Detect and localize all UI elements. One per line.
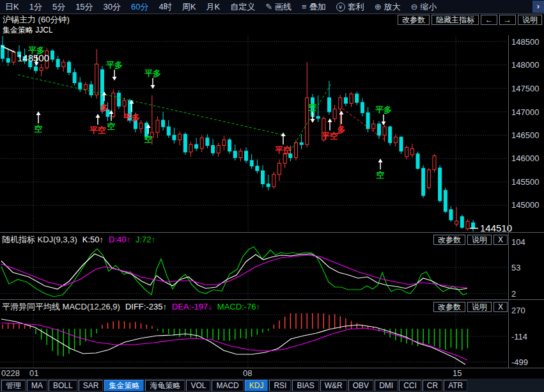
indicator-tab-bar: 管理MABOLLSAR集金策略海龟策略VOLMACDKDJRSIBIASW&RO… bbox=[0, 379, 544, 392]
macd-title: 平滑异同平均线 MACD(12,26,9) bbox=[2, 301, 120, 313]
main-chart-header: 沪锡主力 (60分钟) 改参数 隐藏主指标 ← → 说明 bbox=[0, 14, 544, 26]
tab-管理[interactable]: 管理 bbox=[1, 380, 26, 391]
macd-values: 平滑异同平均线 MACD(12,26,9) DIFF:-235↑ DEA:-19… bbox=[0, 301, 260, 313]
tab-ATR[interactable]: ATR bbox=[444, 380, 467, 391]
svg-text:平空: 平空 bbox=[89, 125, 106, 135]
svg-text:平多: 平多 bbox=[375, 105, 392, 114]
kdj-panel-header: 随机指标 KDJ(9,3,3) K:50↑ D:40↑ J:72↑ 改参数 说明… bbox=[0, 232, 544, 246]
tab-CCI[interactable]: CCI bbox=[399, 380, 421, 391]
svg-text:平空: 平空 bbox=[322, 131, 338, 141]
tab-BOLL[interactable]: BOLL bbox=[49, 380, 77, 391]
kdj-help-button[interactable]: 说明 bbox=[467, 235, 492, 245]
tab-海龟策略[interactable]: 海龟策略 bbox=[145, 380, 185, 391]
period-月K[interactable]: 月K bbox=[201, 1, 225, 13]
tool-画线[interactable]: ✎画线 bbox=[260, 1, 297, 13]
svg-text:平多: 平多 bbox=[123, 113, 140, 122]
tab-MA[interactable]: MA bbox=[27, 380, 47, 391]
period-5分[interactable]: 5分 bbox=[47, 1, 70, 13]
period-4时[interactable]: 4时 bbox=[154, 1, 177, 13]
scroll-right-button[interactable]: → bbox=[499, 15, 516, 25]
help-button[interactable]: 说明 bbox=[518, 15, 542, 25]
pencil-icon: ✎ bbox=[265, 3, 272, 11]
tool-label: 缩小 bbox=[420, 1, 437, 13]
main-chart-buttons: 改参数 隐藏主指标 ← → 说明 bbox=[398, 15, 544, 25]
svg-text:148500: 148500 bbox=[17, 52, 49, 63]
kdj-d-value: D:40↑ bbox=[109, 235, 130, 244]
top-toolbar: 日K1分5分15分30分60分4时周K月K自定义 ✎画线≡叠加¥套利⊕放大⊖缩小… bbox=[0, 0, 544, 14]
macd-dea-value: DEA:-197↓ bbox=[172, 302, 212, 311]
zoom-out-icon: ⊖ bbox=[411, 3, 418, 11]
svg-text:平多: 平多 bbox=[106, 60, 123, 70]
period-60分[interactable]: 60分 bbox=[126, 1, 153, 13]
macd-diff-value: DIFF:-235↑ bbox=[125, 302, 167, 311]
tool-套利[interactable]: ¥套利 bbox=[331, 1, 369, 13]
tool-label: 套利 bbox=[348, 1, 364, 13]
period-15分[interactable]: 15分 bbox=[70, 1, 98, 13]
date-label-15: 15 bbox=[453, 368, 462, 378]
tab-CR[interactable]: CR bbox=[423, 380, 442, 391]
date-label-0228: 0228 bbox=[1, 368, 20, 378]
svg-text:144510: 144510 bbox=[480, 223, 512, 232]
kdj-k-value: K:50↑ bbox=[82, 235, 104, 244]
kdj-buttons: 改参数 说明 X bbox=[433, 235, 508, 245]
tab-MACD[interactable]: MACD bbox=[212, 380, 243, 391]
svg-text:空: 空 bbox=[377, 170, 385, 180]
tool-label: 放大 bbox=[384, 1, 401, 13]
svg-text:空: 空 bbox=[35, 124, 43, 134]
tab-DMI[interactable]: DMI bbox=[375, 380, 398, 391]
macd-close-button[interactable]: X bbox=[493, 302, 508, 312]
date-label-08: 08 bbox=[243, 368, 252, 378]
scroll-left-button[interactable]: ← bbox=[481, 15, 497, 25]
svg-text:空: 空 bbox=[309, 102, 317, 112]
x-axis-date-labels: 0228010815 bbox=[0, 368, 544, 379]
macd-buttons: 改参数 说明 X bbox=[433, 302, 508, 312]
macd-indicator-chart[interactable] bbox=[0, 313, 544, 368]
macd-help-button[interactable]: 说明 bbox=[467, 302, 492, 312]
tab-RSI[interactable]: RSI bbox=[269, 380, 291, 391]
axis-separator-line bbox=[508, 35, 509, 368]
kdj-title: 随机指标 KDJ(9,3,3) bbox=[2, 234, 77, 246]
tab-集金策略[interactable]: 集金策略 bbox=[104, 380, 144, 391]
overlay-icon: ≡ bbox=[302, 3, 307, 11]
hide-main-indicator-button[interactable]: 隐藏主指标 bbox=[431, 15, 479, 25]
svg-text:平多: 平多 bbox=[144, 68, 161, 78]
date-label-01: 01 bbox=[29, 368, 38, 378]
strategy-label: 集金策略 JJCL bbox=[0, 26, 544, 35]
period-周K[interactable]: 周K bbox=[177, 1, 201, 13]
macd-macd-value: MACD:-76↑ bbox=[217, 302, 260, 311]
svg-text:空: 空 bbox=[144, 134, 153, 144]
svg-text:平空: 平空 bbox=[275, 145, 291, 155]
macd-panel-header: 平滑异同平均线 MACD(12,26,9) DIFF:-235↑ DEA:-19… bbox=[0, 299, 544, 313]
svg-text:多: 多 bbox=[100, 103, 109, 113]
kdj-close-button[interactable]: X bbox=[493, 235, 508, 245]
chart-tools: ✎画线≡叠加¥套利⊕放大⊖缩小 bbox=[260, 1, 442, 13]
period-selector: 日K1分5分15分30分60分4时周K月K自定义 bbox=[0, 1, 260, 13]
trading-app-window: 日K1分5分15分30分60分4时周K月K自定义 ✎画线≡叠加¥套利⊕放大⊖缩小… bbox=[0, 0, 544, 392]
tab-OBV[interactable]: OBV bbox=[348, 380, 373, 391]
kdj-indicator-chart[interactable] bbox=[0, 246, 544, 299]
tool-叠加[interactable]: ≡叠加 bbox=[297, 1, 331, 13]
kdj-values: 随机指标 KDJ(9,3,3) K:50↑ D:40↑ J:72↑ bbox=[0, 234, 155, 246]
tool-缩小[interactable]: ⊖缩小 bbox=[406, 1, 442, 13]
tab-KDJ[interactable]: KDJ bbox=[245, 380, 268, 391]
tab-BIAS[interactable]: BIAS bbox=[292, 380, 318, 391]
main-candlestick-chart[interactable]: 平多空平空多空平多平多空平多平空空平空多空平多148500144510 bbox=[0, 35, 544, 232]
kdj-change-params-button[interactable]: 改参数 bbox=[433, 235, 465, 245]
period-日K[interactable]: 日K bbox=[0, 1, 24, 13]
tab-W&R[interactable]: W&R bbox=[320, 380, 347, 391]
svg-text:多: 多 bbox=[338, 125, 346, 134]
change-params-button[interactable]: 改参数 bbox=[398, 15, 430, 25]
kdj-j-value: J:72↑ bbox=[136, 235, 155, 244]
arbitrage-icon: ¥ bbox=[336, 3, 345, 12]
tool-label: 画线 bbox=[275, 1, 291, 13]
period-自定义[interactable]: 自定义 bbox=[225, 1, 260, 13]
tab-VOL[interactable]: VOL bbox=[186, 380, 210, 391]
period-30分[interactable]: 30分 bbox=[98, 1, 126, 13]
tool-放大[interactable]: ⊕放大 bbox=[369, 1, 406, 13]
tab-SAR[interactable]: SAR bbox=[79, 380, 104, 391]
macd-change-params-button[interactable]: 改参数 bbox=[433, 302, 465, 312]
svg-text:空: 空 bbox=[107, 122, 116, 131]
toolbar-more-button[interactable]: › bbox=[532, 1, 544, 13]
period-1分[interactable]: 1分 bbox=[24, 1, 47, 13]
zoom-in-icon: ⊕ bbox=[375, 3, 382, 11]
